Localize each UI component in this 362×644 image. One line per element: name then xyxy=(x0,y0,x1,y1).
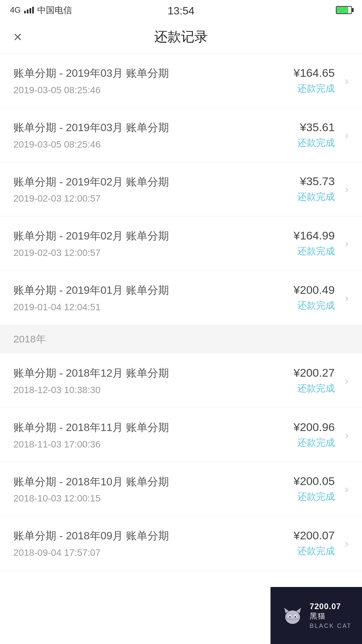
record-amount: ¥200.05 xyxy=(294,475,335,488)
record-date: 2018-10-03 12:00:15 xyxy=(13,493,294,504)
record-title: 账单分期 - 2018年11月 账单分期 xyxy=(13,420,294,435)
record-status: 还款完成 xyxy=(297,82,335,95)
record-status: 还款完成 xyxy=(297,245,335,258)
list-item[interactable]: 账单分期 - 2019年03月 账单分期 2019-03-05 08:25:46… xyxy=(0,54,362,108)
list-item[interactable]: 账单分期 - 2019年02月 账单分期 2019-02-03 12:00:57… xyxy=(0,162,362,217)
record-amount: ¥200.07 xyxy=(294,529,335,542)
battery-fill xyxy=(337,7,348,13)
record-amount: ¥200.27 xyxy=(294,366,335,379)
record-date: 2019-03-05 08:25:46 xyxy=(13,85,294,96)
record-info: 账单分期 - 2018年11月 账单分期 2018-11-03 17:00:36 xyxy=(13,420,294,450)
record-info: 账单分期 - 2019年02月 账单分期 2019-02-03 12:00:57 xyxy=(13,174,297,204)
battery-icon xyxy=(336,6,352,14)
record-status: 还款完成 xyxy=(297,436,335,449)
watermark-subtitle: BLACK CAT xyxy=(310,623,352,630)
chevron-right-icon: › xyxy=(345,128,349,142)
record-info: 账单分期 - 2018年12月 账单分期 2018-12-03 10:38:30 xyxy=(13,366,294,395)
record-info: 账单分期 - 2019年02月 账单分期 2019-02-03 12:00:57 xyxy=(13,228,294,258)
chevron-right-icon: › xyxy=(345,74,349,87)
year-label: 2018年 xyxy=(13,333,46,344)
record-date: 2019-03-05 08:25:46 xyxy=(13,139,297,150)
list-item[interactable]: 账单分期 - 2018年09月 账单分期 2018-09-04 17:57:07… xyxy=(0,516,362,571)
record-amount-area: ¥200.49 还款完成 xyxy=(294,283,335,312)
record-info: 账单分期 - 2019年01月 账单分期 2019-01-04 12:04:51 xyxy=(13,283,294,313)
chevron-right-icon: › xyxy=(345,291,349,304)
record-amount: ¥35.61 xyxy=(300,121,335,134)
signal-indicator: 4G xyxy=(10,5,21,15)
black-cat-icon xyxy=(281,604,304,627)
record-status: 还款完成 xyxy=(297,299,335,312)
chevron-right-icon: › xyxy=(345,482,349,495)
record-date: 2018-09-04 17:57:07 xyxy=(13,547,294,558)
record-title: 账单分期 - 2018年10月 账单分期 xyxy=(13,474,294,489)
chevron-right-icon: › xyxy=(345,182,349,196)
watermark-brand: 黑猫 xyxy=(310,611,352,621)
status-left: 4G 中国电信 xyxy=(10,4,72,16)
svg-point-9 xyxy=(292,619,293,620)
list-item[interactable]: 账单分期 - 2018年12月 账单分期 2018-12-03 10:38:30… xyxy=(0,354,362,408)
list-item[interactable]: 账单分期 - 2019年03月 账单分期 2019-03-05 08:25:46… xyxy=(0,108,362,162)
record-amount-area: ¥200.27 还款完成 xyxy=(294,366,335,395)
svg-point-8 xyxy=(295,616,296,618)
cat-text-area: 7200.07 黑猫 BLACK CAT xyxy=(310,602,352,630)
record-title: 账单分期 - 2018年09月 账单分期 xyxy=(13,528,294,543)
svg-point-0 xyxy=(285,610,300,624)
record-info: 账单分期 - 2019年03月 账单分期 2019-03-05 08:25:46 xyxy=(13,120,297,150)
cat-logo-area: 7200.07 黑猫 BLACK CAT xyxy=(281,602,352,630)
record-status: 还款完成 xyxy=(297,490,335,503)
record-date: 2019-02-03 12:00:57 xyxy=(13,193,297,204)
record-info: 账单分期 - 2019年03月 账单分期 2019-03-05 08:25:46 xyxy=(13,66,294,96)
watermark-number: 7200.07 xyxy=(310,602,352,611)
chevron-right-icon: › xyxy=(345,537,349,550)
record-title: 账单分期 - 2019年01月 账单分期 xyxy=(13,283,294,298)
record-title: 账单分期 - 2019年02月 账单分期 xyxy=(13,174,297,190)
list-item[interactable]: 账单分期 - 2018年10月 账单分期 2018-10-03 12:00:15… xyxy=(0,462,362,517)
record-amount-area: ¥35.61 还款完成 xyxy=(297,121,335,149)
record-amount-area: ¥35.73 还款完成 xyxy=(297,175,335,203)
record-amount-area: ¥200.05 还款完成 xyxy=(294,475,335,503)
record-date: 2018-12-03 10:38:30 xyxy=(13,385,294,395)
record-amount: ¥164.65 xyxy=(294,66,335,79)
list-item[interactable]: 账单分期 - 2019年01月 账单分期 2019-01-04 12:04:51… xyxy=(0,271,362,325)
record-amount: ¥200.49 xyxy=(294,283,335,297)
signal-bars xyxy=(24,7,34,13)
chevron-right-icon: › xyxy=(345,374,349,387)
status-right xyxy=(336,6,352,14)
record-status: 还款完成 xyxy=(297,191,335,203)
record-status: 还款完成 xyxy=(297,545,335,557)
record-amount: ¥164.99 xyxy=(294,229,335,242)
record-info: 账单分期 - 2018年10月 账单分期 2018-10-03 12:00:15 xyxy=(13,474,294,504)
record-date: 2019-01-04 12:04:51 xyxy=(13,302,294,313)
record-title: 账单分期 - 2019年03月 账单分期 xyxy=(13,66,294,81)
record-amount-area: ¥164.99 还款完成 xyxy=(294,229,335,258)
record-title: 账单分期 - 2018年12月 账单分期 xyxy=(13,366,294,381)
chevron-right-icon: › xyxy=(345,428,349,441)
status-bar: 4G 中国电信 13:54 xyxy=(0,0,362,20)
chevron-right-icon: › xyxy=(345,237,349,250)
black-cat-watermark: 7200.07 黑猫 BLACK CAT xyxy=(270,587,362,644)
status-time: 13:54 xyxy=(168,5,194,17)
record-amount-area: ¥164.65 还款完成 xyxy=(294,66,335,95)
record-status: 还款完成 xyxy=(297,382,335,395)
year-section-header: 2018年 xyxy=(0,325,362,354)
record-status: 还款完成 xyxy=(297,137,335,149)
carrier-name: 中国电信 xyxy=(37,4,72,16)
record-amount-area: ¥200.96 还款完成 xyxy=(294,421,335,449)
record-amount-area: ¥200.07 还款完成 xyxy=(294,529,335,557)
record-title: 账单分期 - 2019年03月 账单分期 xyxy=(13,120,297,135)
svg-point-7 xyxy=(289,616,291,618)
record-info: 账单分期 - 2018年09月 账单分期 2018-09-04 17:57:07 xyxy=(13,528,294,558)
records-list: 账单分期 - 2019年03月 账单分期 2019-03-05 08:25:46… xyxy=(0,54,362,571)
record-title: 账单分期 - 2019年02月 账单分期 xyxy=(13,228,294,244)
record-amount: ¥200.96 xyxy=(294,421,335,434)
record-amount: ¥35.73 xyxy=(300,175,335,188)
list-item[interactable]: 账单分期 - 2019年02月 账单分期 2019-02-03 12:00:57… xyxy=(0,216,362,271)
record-date: 2019-02-03 12:00:57 xyxy=(13,248,294,258)
record-date: 2018-11-03 17:00:36 xyxy=(13,439,294,450)
page-header: × 还款记录 xyxy=(0,20,362,54)
list-item[interactable]: 账单分期 - 2018年11月 账单分期 2018-11-03 17:00:36… xyxy=(0,408,362,462)
close-button[interactable]: × xyxy=(13,30,22,44)
page-title: 还款记录 xyxy=(154,28,208,46)
